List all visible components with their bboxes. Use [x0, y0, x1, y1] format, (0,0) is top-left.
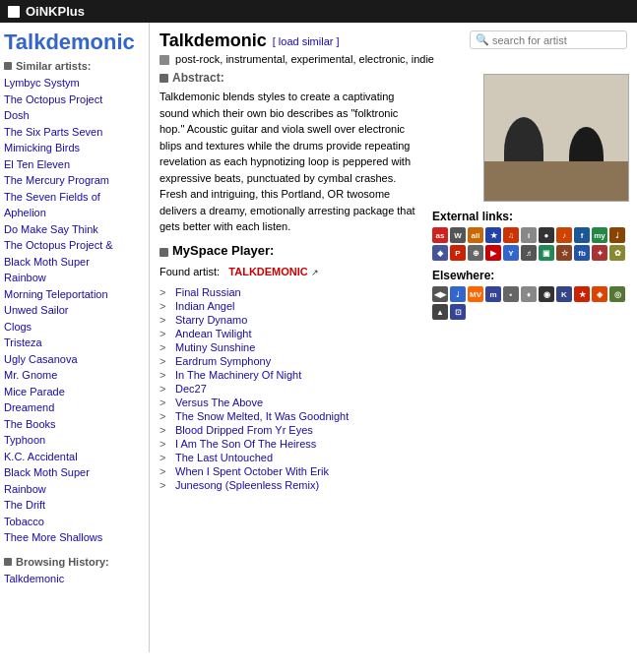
sidebar-similar-artist[interactable]: K.C. Accidental — [4, 449, 145, 465]
elsewhere-icon-item[interactable]: ◀▶ — [432, 286, 448, 302]
track-name[interactable]: The Last Untouched — [175, 452, 273, 463]
track-arrow-icon: > — [159, 465, 169, 477]
external-links-title: External links: — [432, 210, 629, 223]
external-link-icon-item[interactable]: ✦ — [592, 245, 607, 261]
content-area: Talkdemonic [ load similar ] post-rock, … — [150, 23, 637, 652]
external-link-icon-item[interactable]: ♩ — [609, 227, 625, 243]
sidebar-similar-artist[interactable]: The Octopus Project & — [4, 237, 145, 254]
elsewhere-icon-item[interactable]: ⊡ — [450, 304, 466, 320]
external-link-icon-item[interactable]: fb — [574, 245, 590, 261]
artist-title-area: Talkdemonic [ load similar ] post-rock, … — [159, 31, 434, 65]
track-name[interactable]: Indian Angel — [175, 300, 235, 312]
external-link-icon-item[interactable]: f — [574, 227, 590, 243]
elsewhere-icon-item[interactable]: ◈ — [592, 286, 607, 302]
external-link-icon-item[interactable]: ● — [539, 227, 554, 243]
myspace-bullet-icon — [159, 248, 168, 257]
search-input[interactable] — [492, 34, 620, 46]
sidebar-similar-artist[interactable]: Ugly Casanova — [4, 351, 145, 368]
external-link-icon-item[interactable]: ✿ — [609, 245, 625, 261]
sidebar-similar-artist[interactable]: Black Moth Super — [4, 254, 145, 271]
track-arrow-icon: > — [159, 300, 169, 312]
sidebar-artist-name[interactable]: Talkdemonic — [4, 31, 145, 54]
elsewhere-icon-item[interactable]: ★ — [574, 286, 590, 302]
track-name[interactable]: In The Machinery Of Night — [175, 369, 301, 381]
elsewhere-icon-item[interactable]: m — [485, 286, 501, 302]
sidebar-similar-artist[interactable]: Unwed Sailor — [4, 302, 145, 319]
external-link-icon-item[interactable]: ♬ — [521, 245, 537, 261]
sidebar-similar-artist[interactable]: Black Moth Super — [4, 464, 145, 481]
track-name[interactable]: Final Russian — [175, 286, 241, 298]
elsewhere-icon-item[interactable]: ♩ — [450, 286, 466, 302]
sidebar-similar-artist[interactable]: Lymbyc Systym — [4, 75, 145, 92]
sidebar-similar-artist[interactable]: Rainbow — [4, 481, 145, 498]
external-link-icon-item[interactable]: P — [450, 245, 466, 261]
external-link-icon-item[interactable]: Y — [503, 245, 519, 261]
sidebar-similar-artist[interactable]: Thee More Shallows — [4, 529, 145, 546]
sidebar-similar-artist[interactable]: Mr. Gnome — [4, 367, 145, 384]
track-name[interactable]: Junesong (Spleenless Remix) — [175, 479, 319, 491]
sidebar-similar-artist[interactable]: El Ten Eleven — [4, 156, 145, 173]
external-link-icon-item[interactable]: ▶ — [485, 245, 501, 261]
external-link-icon-item[interactable]: as — [432, 227, 448, 243]
search-box[interactable]: 🔍 — [470, 31, 627, 49]
elsewhere-icon-item[interactable]: ◉ — [539, 286, 554, 302]
myspace-title: MySpace Player: — [172, 243, 274, 258]
found-artist-link[interactable]: TALKDEMONIC — [228, 266, 307, 277]
external-link-icon-item[interactable]: ◆ — [432, 245, 448, 261]
track-name[interactable]: Mutiny Sunshine — [175, 341, 255, 353]
sidebar-similar-artist[interactable]: Clogs — [4, 319, 145, 336]
track-name[interactable]: Andean Twilight — [175, 328, 251, 339]
sidebar-similar-artist[interactable]: Mimicking Birds — [4, 140, 145, 156]
elsewhere-icon-item[interactable]: ◎ — [609, 286, 625, 302]
sidebar-similar-artist[interactable]: Do Make Say Think — [4, 221, 145, 238]
elsewhere-icon-item[interactable]: K — [556, 286, 572, 302]
elsewhere-icon-item[interactable]: ♦ — [521, 286, 537, 302]
load-similar-button[interactable]: [ load similar ] — [273, 35, 340, 47]
elsewhere-icon-item[interactable]: ▲ — [432, 304, 448, 320]
track-name[interactable]: Blood Dripped From Yr Eyes — [175, 424, 313, 436]
track-name[interactable]: Eardrum Symphony — [175, 355, 271, 367]
external-link-icon-item[interactable]: my — [592, 227, 607, 243]
sidebar-similar-artist[interactable]: Rainbow — [4, 270, 145, 286]
elsewhere-icon-item[interactable]: ▪ — [503, 286, 519, 302]
external-link-icon-item[interactable]: ♪ — [556, 227, 572, 243]
main-layout: Talkdemonic Similar artists: Lymbyc Syst… — [0, 23, 637, 652]
sidebar-similar-artist[interactable]: Mice Parade — [4, 384, 145, 400]
track-name[interactable]: Starry Dynamo — [175, 314, 247, 326]
elsewhere-icons: ◀▶♩MVm▪♦◉K★◈◎▲⊡ — [432, 286, 629, 320]
external-link-icon-item[interactable]: i — [521, 227, 537, 243]
track-item: >Versus The Above — [159, 396, 627, 409]
external-link-icon-item[interactable]: W — [450, 227, 466, 243]
track-name[interactable]: When I Spent October With Erik — [175, 465, 329, 477]
sidebar-similar-artist[interactable]: The Seven Fields of Aphelion — [4, 189, 145, 221]
sidebar-similar-artist[interactable]: Tristeza — [4, 335, 145, 351]
external-link-icon-item[interactable]: ♫ — [503, 227, 519, 243]
sidebar-similar-artist[interactable]: Dosh — [4, 107, 145, 124]
sidebar-similar-artist[interactable]: Dreamend — [4, 399, 145, 416]
track-arrow-icon: > — [159, 410, 169, 422]
sidebar-similar-artist[interactable]: The Six Parts Seven — [4, 124, 145, 141]
external-link-icon-item[interactable]: ⊕ — [468, 245, 483, 261]
sidebar-similar-artist[interactable]: Tobacco — [4, 514, 145, 530]
artist-photo — [483, 74, 629, 202]
sidebar-similar-artist[interactable]: The Mercury Program — [4, 172, 145, 189]
sidebar-similar-artist[interactable]: The Drift — [4, 497, 145, 514]
track-name[interactable]: The Snow Melted, It Was Goodnight — [175, 410, 349, 422]
sidebar: Talkdemonic Similar artists: Lymbyc Syst… — [0, 23, 150, 652]
sidebar-similar-artist[interactable]: The Octopus Project — [4, 92, 145, 108]
external-link-icon-item[interactable]: ★ — [485, 227, 501, 243]
track-name[interactable]: Dec27 — [175, 383, 207, 395]
similar-artists-list: Lymbyc SystymThe Octopus ProjectDoshThe … — [4, 75, 145, 546]
elsewhere-icon-item[interactable]: MV — [468, 286, 483, 302]
external-link-icon-item[interactable]: ▣ — [539, 245, 554, 261]
sidebar-history-item[interactable]: Talkdemonic — [4, 571, 145, 587]
sidebar-similar-artist[interactable]: Typhoon — [4, 432, 145, 449]
track-name[interactable]: Versus The Above — [175, 397, 263, 408]
found-prefix: Found artist: — [159, 266, 220, 277]
sidebar-similar-artist[interactable]: The Books — [4, 416, 145, 433]
similar-artists-heading: Similar artists: — [4, 60, 145, 72]
sidebar-similar-artist[interactable]: Morning Teleportation — [4, 286, 145, 303]
track-name[interactable]: I Am The Son Of The Heiress — [175, 438, 316, 450]
external-link-icon-item[interactable]: all — [468, 227, 483, 243]
external-link-icon-item[interactable]: ☆ — [556, 245, 572, 261]
